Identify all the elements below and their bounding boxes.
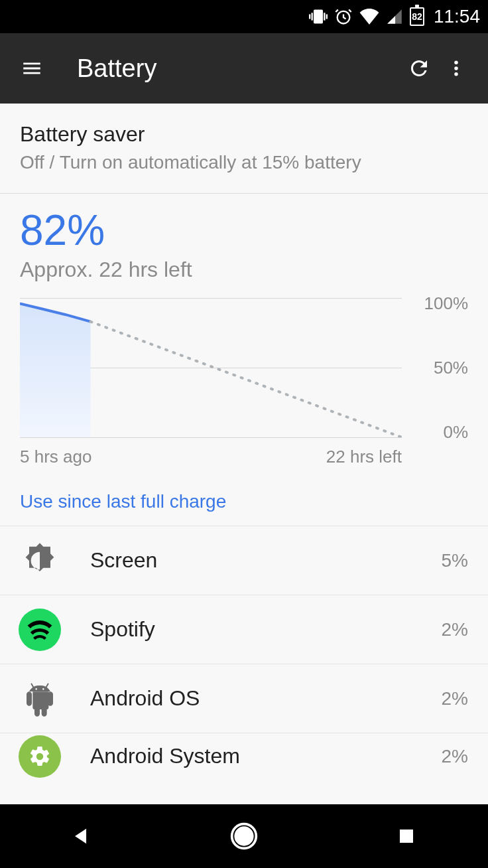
usage-row-label: Spotify (90, 617, 442, 642)
battery-status-icon: 82 (410, 7, 424, 26)
spotify-icon (16, 606, 64, 654)
svg-point-5 (235, 828, 253, 845)
usage-row-android-system[interactable]: Android System 2% (0, 733, 488, 779)
usage-list: Screen 5% Spotify 2% Android OS 2% (0, 526, 488, 779)
battery-percent: 82% (20, 206, 468, 255)
status-clock: 11:54 (434, 6, 480, 27)
usage-row-screen[interactable]: Screen 5% (0, 526, 488, 595)
usage-row-label: Android OS (90, 686, 442, 711)
nav-back-button[interactable] (55, 810, 108, 863)
usage-row-spotify[interactable]: Spotify 2% (0, 595, 488, 664)
alarm-icon (334, 7, 353, 26)
battery-chart[interactable]: 100% 50% 0% (20, 298, 468, 437)
svg-point-3 (454, 72, 458, 76)
brightness-icon (16, 537, 64, 585)
chart-y-axis: 100% 50% 0% (402, 298, 468, 437)
usage-row-label: Screen (90, 548, 442, 573)
usage-row-percent: 5% (442, 550, 468, 571)
app-bar: Battery (0, 33, 488, 104)
usage-row-percent: 2% (442, 746, 468, 767)
content-scroll[interactable]: Battery saver Off / Turn on automaticall… (0, 104, 488, 804)
battery-chart-svg (20, 298, 402, 437)
nav-home-button[interactable] (217, 810, 271, 863)
usage-row-percent: 2% (442, 688, 468, 709)
battery-time-left: Approx. 22 hrs left (20, 257, 468, 282)
battery-stats-section[interactable]: 82% Approx. 22 hrs left (0, 194, 488, 467)
vibrate-icon (309, 7, 328, 26)
usage-row-label: Android System (90, 744, 442, 768)
usage-section-header: Use since last full charge (0, 467, 488, 526)
status-bar: 82 11:54 (0, 0, 488, 33)
overflow-menu-button[interactable] (438, 50, 475, 87)
app-bar-title: Battery (77, 54, 156, 83)
nav-recents-button[interactable] (380, 810, 433, 863)
svg-rect-6 (400, 830, 413, 843)
svg-point-2 (454, 66, 458, 70)
cell-signal-icon (386, 8, 403, 25)
chart-x-axis: 5 hrs ago 22 hrs left (20, 447, 468, 467)
battery-saver-row[interactable]: Battery saver Off / Turn on automaticall… (0, 104, 488, 194)
battery-saver-subtitle: Off / Turn on automatically at 15% batte… (20, 152, 468, 173)
navigation-bar (0, 804, 488, 868)
usage-row-android-os[interactable]: Android OS 2% (0, 664, 488, 733)
usage-row-percent: 2% (442, 619, 468, 640)
menu-button[interactable] (13, 50, 50, 87)
refresh-button[interactable] (400, 50, 438, 87)
battery-saver-title: Battery saver (20, 122, 468, 147)
svg-point-1 (454, 61, 458, 65)
settings-gear-icon (16, 733, 64, 779)
android-icon (16, 675, 64, 723)
wifi-icon (359, 9, 379, 25)
